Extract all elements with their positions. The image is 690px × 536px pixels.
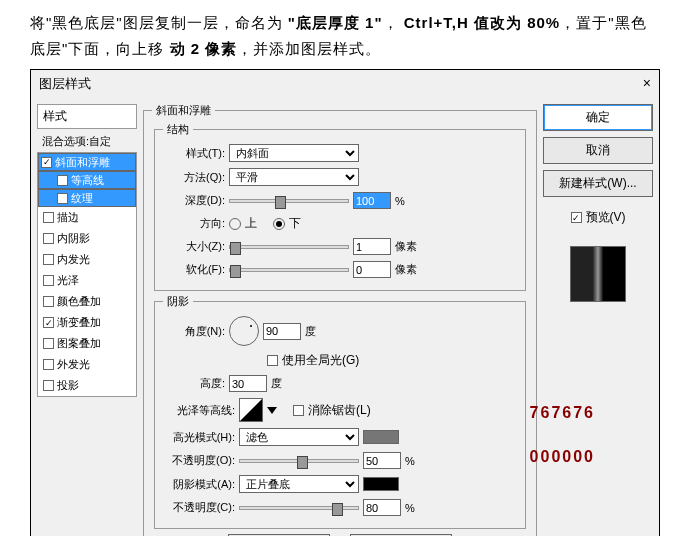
soften-unit: 像素: [395, 262, 417, 277]
style-checkbox[interactable]: [43, 296, 54, 307]
angle-label: 角度(N):: [163, 324, 225, 339]
shadow-color-swatch[interactable]: [363, 477, 399, 491]
style-item-斜面和浮雕[interactable]: 斜面和浮雕: [38, 153, 136, 171]
technique-label: 方法(Q):: [163, 170, 225, 185]
style-item-label: 内阴影: [57, 231, 90, 246]
size-input[interactable]: [353, 238, 391, 255]
style-list: 斜面和浮雕等高线纹理描边内阴影内发光光泽颜色叠加渐变叠加图案叠加外发光投影: [37, 152, 137, 397]
style-item-渐变叠加[interactable]: 渐变叠加: [38, 312, 136, 333]
direction-down-radio[interactable]: [273, 218, 285, 230]
chevron-down-icon[interactable]: [267, 407, 277, 414]
antialias-label: 消除锯齿(L): [308, 402, 371, 419]
bevel-legend: 斜面和浮雕: [152, 103, 215, 118]
direction-up-radio[interactable]: [229, 218, 241, 230]
highlight-mode-label: 高光模式(H):: [163, 430, 235, 445]
style-checkbox[interactable]: [43, 338, 54, 349]
style-item-颜色叠加[interactable]: 颜色叠加: [38, 291, 136, 312]
technique-select[interactable]: 平滑: [229, 168, 359, 186]
shadow-color-note: 000000: [530, 448, 595, 466]
style-item-纹理[interactable]: 纹理: [38, 189, 136, 207]
angle-dial[interactable]: [229, 316, 259, 346]
new-style-button[interactable]: 新建样式(W)...: [543, 170, 653, 197]
style-item-label: 颜色叠加: [57, 294, 101, 309]
style-item-label: 纹理: [71, 191, 93, 206]
gloss-label: 光泽等高线:: [163, 403, 235, 418]
style-checkbox[interactable]: [43, 380, 54, 391]
style-checkbox[interactable]: [43, 233, 54, 244]
highlight-opacity-unit: %: [405, 455, 415, 467]
style-item-投影[interactable]: 投影: [38, 375, 136, 396]
style-item-label: 等高线: [71, 173, 104, 188]
bevel-group: 斜面和浮雕 结构 样式(T): 内斜面 方法(Q): 平滑 深度(D): % 方…: [143, 110, 537, 536]
direction-label: 方向:: [163, 216, 225, 231]
instr-t2: ，: [383, 14, 399, 31]
size-slider[interactable]: [229, 245, 349, 249]
style-label: 样式(T):: [163, 146, 225, 161]
layer-style-dialog: 图层样式 × 样式 混合选项:自定 斜面和浮雕等高线纹理描边内阴影内发光光泽颜色…: [30, 69, 660, 536]
instr-b3: 动 2 像素: [170, 40, 238, 57]
altitude-input[interactable]: [229, 375, 267, 392]
highlight-color-note: 767676: [530, 404, 595, 422]
soften-slider[interactable]: [229, 268, 349, 272]
shadow-opacity-input[interactable]: [363, 499, 401, 516]
depth-slider[interactable]: [229, 199, 349, 203]
instr-t1: 将"黑色底层"图层复制一层，命名为: [30, 14, 283, 31]
structure-group: 结构 样式(T): 内斜面 方法(Q): 平滑 深度(D): % 方向: 上 下…: [154, 129, 526, 291]
style-checkbox[interactable]: [57, 193, 68, 204]
direction-up-label: 上: [245, 215, 257, 232]
style-item-描边[interactable]: 描边: [38, 207, 136, 228]
angle-unit: 度: [305, 324, 316, 339]
style-checkbox[interactable]: [43, 359, 54, 370]
style-item-外发光[interactable]: 外发光: [38, 354, 136, 375]
style-checkbox[interactable]: [43, 254, 54, 265]
gloss-contour[interactable]: [239, 398, 263, 422]
highlight-opacity-slider[interactable]: [239, 459, 359, 463]
style-item-图案叠加[interactable]: 图案叠加: [38, 333, 136, 354]
styles-header: 样式: [37, 104, 137, 129]
ok-button[interactable]: 确定: [543, 104, 653, 131]
style-checkbox[interactable]: [43, 317, 54, 328]
shadow-mode-label: 阴影模式(A):: [163, 477, 235, 492]
preview-checkbox[interactable]: [571, 212, 582, 223]
depth-unit: %: [395, 195, 405, 207]
shadow-opacity-unit: %: [405, 502, 415, 514]
blend-options[interactable]: 混合选项:自定: [37, 131, 137, 152]
soften-label: 软化(F):: [163, 262, 225, 277]
structure-legend: 结构: [163, 122, 193, 137]
global-light-checkbox[interactable]: [267, 355, 278, 366]
highlight-opacity-input[interactable]: [363, 452, 401, 469]
style-item-等高线[interactable]: 等高线: [38, 171, 136, 189]
style-item-label: 渐变叠加: [57, 315, 101, 330]
style-item-label: 图案叠加: [57, 336, 101, 351]
antialias-checkbox[interactable]: [293, 405, 304, 416]
shadow-opacity-label: 不透明度(C):: [163, 500, 235, 515]
style-item-label: 描边: [57, 210, 79, 225]
shadow-opacity-slider[interactable]: [239, 506, 359, 510]
instr-t4: ，并添加图层样式。: [237, 40, 381, 57]
style-item-label: 外发光: [57, 357, 90, 372]
style-item-label: 光泽: [57, 273, 79, 288]
angle-input[interactable]: [263, 323, 301, 340]
style-item-内阴影[interactable]: 内阴影: [38, 228, 136, 249]
size-unit: 像素: [395, 239, 417, 254]
style-item-内发光[interactable]: 内发光: [38, 249, 136, 270]
altitude-unit: 度: [271, 376, 282, 391]
size-label: 大小(Z):: [163, 239, 225, 254]
style-item-label: 投影: [57, 378, 79, 393]
global-light-label: 使用全局光(G): [282, 352, 359, 369]
close-icon[interactable]: ×: [643, 75, 651, 93]
style-checkbox[interactable]: [41, 157, 52, 168]
instr-b2: Ctrl+T,H 值改为 80%: [404, 14, 560, 31]
soften-input[interactable]: [353, 261, 391, 278]
highlight-color-swatch[interactable]: [363, 430, 399, 444]
style-checkbox[interactable]: [57, 175, 68, 186]
shadow-mode-select[interactable]: 正片叠底: [239, 475, 359, 493]
cancel-button[interactable]: 取消: [543, 137, 653, 164]
style-item-光泽[interactable]: 光泽: [38, 270, 136, 291]
style-checkbox[interactable]: [43, 212, 54, 223]
style-item-label: 内发光: [57, 252, 90, 267]
depth-input[interactable]: [353, 192, 391, 209]
style-checkbox[interactable]: [43, 275, 54, 286]
style-select[interactable]: 内斜面: [229, 144, 359, 162]
highlight-mode-select[interactable]: 滤色: [239, 428, 359, 446]
